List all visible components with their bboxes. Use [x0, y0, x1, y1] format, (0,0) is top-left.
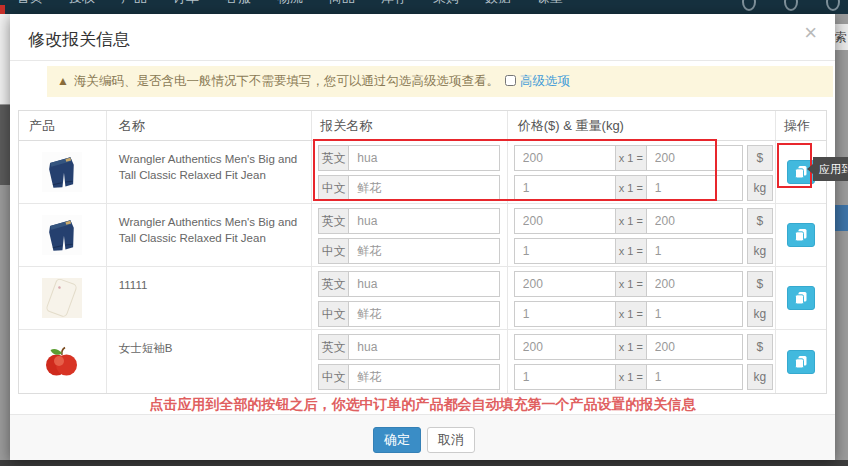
- weight-multiplier-label: x 1 =: [616, 175, 646, 201]
- jeans-image: [42, 152, 82, 192]
- english-label: 英文: [318, 208, 348, 234]
- cancel-button[interactable]: 取消: [427, 427, 475, 453]
- header-name: 名称: [107, 111, 312, 140]
- customs-name-en-input[interactable]: [348, 271, 500, 297]
- dollar-unit-label: $: [747, 271, 773, 297]
- customs-info-modal: 修改报关信息 × ▲海关编码、是否含电一般情况下不需要填写，您可以通过勾选高级选…: [10, 14, 835, 460]
- nav-item[interactable]: 客服: [212, 0, 264, 9]
- close-icon[interactable]: ×: [804, 22, 817, 44]
- user-icon[interactable]: [742, 0, 756, 11]
- advanced-options-link[interactable]: 高级选项: [520, 74, 570, 88]
- modal-footer: 确定 取消: [10, 414, 835, 460]
- chinese-label: 中文: [318, 238, 348, 264]
- apply-to-all-button[interactable]: [787, 286, 815, 310]
- customs-name-cn-input[interactable]: [348, 175, 500, 201]
- copy-icon: [794, 355, 808, 369]
- blue-button-fragment: [835, 205, 848, 231]
- customs-name-cn-input[interactable]: [348, 238, 500, 264]
- nav-item[interactable]: 产品: [108, 0, 160, 9]
- nav-item[interactable]: 课堂: [524, 0, 576, 9]
- table-header-row: 产品 名称 报关名称 价格($) & 重量(kg) 操作: [19, 111, 826, 141]
- price-total-input[interactable]: [646, 208, 743, 234]
- chinese-label: 中文: [318, 175, 348, 201]
- backdrop-fragment: [0, 105, 10, 185]
- top-nav: 首页授权产品订单客服物流商品库存采购数据课堂: [0, 0, 848, 14]
- price-input[interactable]: [514, 208, 616, 234]
- customs-name-cn-input[interactable]: [348, 301, 500, 327]
- backdrop-fragment: [0, 14, 10, 104]
- customs-name-en-input[interactable]: [348, 145, 500, 171]
- weight-multiplier-label: x 1 =: [616, 238, 646, 264]
- weight-multiplier-label: x 1 =: [616, 364, 646, 390]
- kg-unit-label: kg: [747, 175, 773, 201]
- nav-item[interactable]: 库存: [368, 0, 420, 9]
- confirm-button[interactable]: 确定: [373, 427, 421, 453]
- product-name: 女士短袖B: [119, 342, 173, 354]
- copy-icon: [794, 228, 808, 242]
- product-image: [42, 342, 82, 382]
- nav-item[interactable]: 商品: [316, 0, 368, 9]
- chinese-label: 中文: [318, 364, 348, 390]
- nav-item[interactable]: 订单: [160, 0, 212, 9]
- nav-item[interactable]: 首页: [4, 0, 56, 9]
- price-total-input[interactable]: [646, 334, 743, 360]
- customs-table: 产品 名称 报关名称 价格($) & 重量(kg) 操作: [18, 110, 827, 394]
- copy-icon: [794, 165, 808, 179]
- weight-total-input[interactable]: [646, 175, 743, 201]
- warning-icon: ▲: [57, 74, 69, 88]
- price-input[interactable]: [514, 334, 616, 360]
- customs-name-en-input[interactable]: [348, 334, 500, 360]
- product-image: [42, 152, 82, 192]
- price-total-input[interactable]: [646, 271, 743, 297]
- warning-text: 海关编码、是否含电一般情况下不需要填写，您可以通过勾选高级选项查看。: [74, 74, 499, 88]
- kg-unit-label: kg: [747, 238, 773, 264]
- nav-item[interactable]: 物流: [264, 0, 316, 9]
- nav-item[interactable]: 授权: [56, 0, 108, 9]
- page-backdrop-left: [0, 14, 10, 460]
- table-row: 女士短袖B 英文 中文 x 1 = $ x 1 = kg: [19, 330, 826, 393]
- price-total-input[interactable]: [646, 145, 743, 171]
- weight-total-input[interactable]: [646, 364, 743, 390]
- apply-to-all-button[interactable]: [787, 223, 815, 247]
- bell-icon[interactable]: [784, 0, 798, 11]
- advanced-options-checkbox[interactable]: [505, 75, 516, 86]
- hint-note: 点击应用到全部的按钮之后，你选中订单的产品都会自动填充第一个产品设置的报关信息: [10, 396, 835, 414]
- table-row: Wrangler Authentics Men's Big and Tall C…: [19, 204, 826, 267]
- weight-total-input[interactable]: [646, 301, 743, 327]
- search-button-fragment: 索: [835, 24, 848, 50]
- nav-item[interactable]: 数据: [472, 0, 524, 9]
- weight-input[interactable]: [514, 175, 616, 201]
- customs-name-cn-input[interactable]: [348, 364, 500, 390]
- english-label: 英文: [318, 271, 348, 297]
- english-label: 英文: [318, 145, 348, 171]
- table-row: 11111 英文 中文 x 1 = $ x 1 = kg: [19, 267, 826, 330]
- header-operation: 操作: [776, 111, 826, 140]
- weight-multiplier-label: x 1 =: [616, 301, 646, 327]
- copy-icon: [794, 291, 808, 305]
- chinese-label: 中文: [318, 301, 348, 327]
- price-input[interactable]: [514, 271, 616, 297]
- product-image: [42, 215, 82, 255]
- dollar-unit-label: $: [747, 145, 773, 171]
- customs-name-en-input[interactable]: [348, 208, 500, 234]
- price-multiplier-label: x 1 =: [616, 271, 646, 297]
- weight-input[interactable]: [514, 301, 616, 327]
- apply-all-tooltip: 应用到全部: [813, 157, 848, 181]
- weight-input[interactable]: [514, 364, 616, 390]
- phone-image: [42, 278, 82, 318]
- kg-unit-label: kg: [747, 301, 773, 327]
- product-name: Wrangler Authentics Men's Big and Tall C…: [119, 216, 297, 244]
- page-backdrop-bottom: [0, 460, 848, 466]
- modal-title: 修改报关信息: [28, 28, 130, 51]
- product-name: 11111: [119, 279, 148, 291]
- weight-input[interactable]: [514, 238, 616, 264]
- nav-item[interactable]: 采购: [420, 0, 472, 9]
- price-input[interactable]: [514, 145, 616, 171]
- product-image: [42, 278, 82, 318]
- weight-total-input[interactable]: [646, 238, 743, 264]
- header-price-weight: 价格($) & 重量(kg): [508, 111, 776, 140]
- jeans-image: [42, 215, 82, 255]
- apply-to-all-button[interactable]: [787, 350, 815, 374]
- price-multiplier-label: x 1 =: [616, 334, 646, 360]
- help-icon[interactable]: [826, 0, 840, 11]
